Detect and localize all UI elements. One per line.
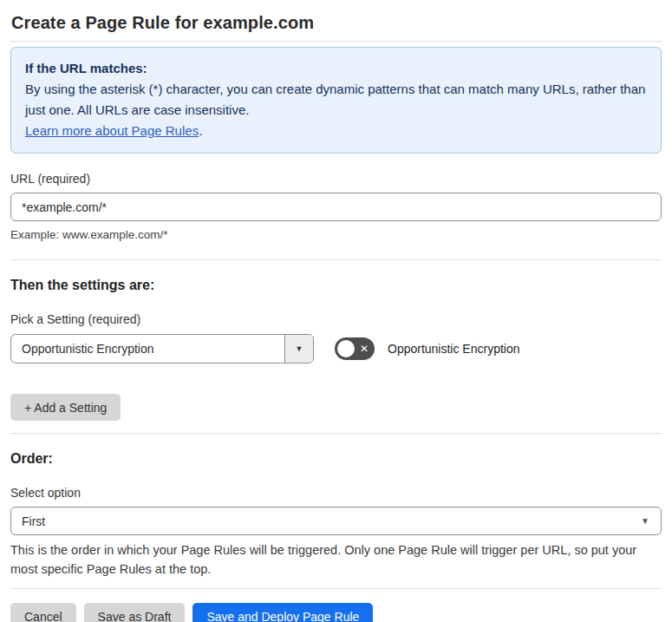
actions-divider xyxy=(10,588,662,589)
setting-select-arrow-button[interactable]: ▼ xyxy=(284,335,313,363)
pick-setting-label: Pick a Setting (required) xyxy=(10,312,662,327)
save-as-draft-button[interactable]: Save as Draft xyxy=(84,603,186,622)
link-suffix: . xyxy=(199,123,202,138)
chevron-down-icon: ▼ xyxy=(641,516,650,526)
toggle-off-x-icon: ✕ xyxy=(360,337,369,360)
chevron-down-icon: ▼ xyxy=(296,344,303,353)
info-box-link-line: Learn more about Page Rules. xyxy=(25,121,647,141)
toggle-knob xyxy=(337,340,355,357)
cancel-button[interactable]: Cancel xyxy=(10,603,76,622)
select-option-label: Select option xyxy=(10,486,662,501)
order-select[interactable]: First ▼ xyxy=(10,507,662,535)
order-helper-text: This is the order in which your Page Rul… xyxy=(10,540,662,579)
setting-select-value: Opportunistic Encryption xyxy=(11,335,284,363)
url-matches-info-box: If the URL matches: By using the asteris… xyxy=(10,47,662,154)
save-and-deploy-button[interactable]: Save and Deploy Page Rule xyxy=(192,603,373,622)
setting-row: Opportunistic Encryption ▼ ✕ Opportunist… xyxy=(10,334,662,363)
url-input[interactable] xyxy=(10,193,662,221)
opportunistic-encryption-toggle[interactable]: ✕ xyxy=(335,337,375,360)
settings-divider xyxy=(10,259,662,260)
title-divider xyxy=(10,41,662,42)
toggle-label: Opportunistic Encryption xyxy=(388,342,520,356)
order-divider xyxy=(10,433,662,434)
learn-more-link[interactable]: Learn more about Page Rules xyxy=(25,123,199,138)
url-field-label: URL (required) xyxy=(10,172,662,187)
setting-select[interactable]: Opportunistic Encryption ▼ xyxy=(10,334,314,363)
info-box-body: By using the asterisk (*) character, you… xyxy=(25,79,647,121)
page-title: Create a Page Rule for example.com xyxy=(11,12,662,33)
url-example-helper: Example: www.example.com/* xyxy=(10,227,662,242)
info-box-heading: If the URL matches: xyxy=(25,58,647,79)
order-select-value: First xyxy=(22,514,45,528)
actions-row: Cancel Save as Draft Save and Deploy Pag… xyxy=(10,603,662,622)
order-section-heading: Order: xyxy=(10,450,662,468)
add-setting-button[interactable]: + Add a Setting xyxy=(10,394,121,421)
settings-section-heading: Then the settings are: xyxy=(10,277,662,294)
